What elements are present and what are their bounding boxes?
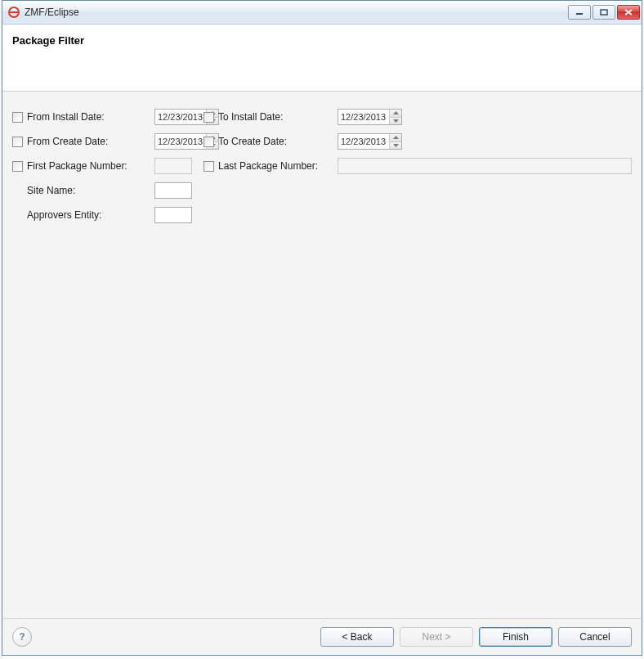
window-title: ZMF/Eclipse bbox=[25, 7, 568, 18]
to-create-date-label: To Create Date: bbox=[218, 136, 287, 147]
approvers-entity-label: Approvers Entity: bbox=[27, 209, 101, 221]
site-name-field[interactable] bbox=[154, 182, 192, 199]
from-create-date-checkbox[interactable] bbox=[12, 137, 23, 147]
to-install-date-checkbox[interactable] bbox=[203, 112, 214, 123]
from-create-date-label: From Create Date: bbox=[27, 136, 108, 147]
row-install-date: From Install Date: 12/23/2013 To Install… bbox=[12, 106, 632, 128]
row-package-number: First Package Number: Last Package Numbe… bbox=[12, 155, 632, 177]
next-button[interactable]: Next > bbox=[400, 627, 473, 647]
from-install-date-label: From Install Date: bbox=[27, 111, 105, 123]
last-package-number-label: Last Package Number: bbox=[218, 160, 318, 172]
site-name-label: Site Name: bbox=[27, 185, 75, 196]
finish-button[interactable]: Finish bbox=[479, 627, 552, 647]
chevron-down-icon[interactable] bbox=[390, 118, 401, 125]
first-package-number-label: First Package Number: bbox=[27, 160, 127, 172]
page-title: Package Filter bbox=[12, 34, 632, 47]
chevron-up-icon[interactable] bbox=[390, 110, 401, 118]
cancel-button[interactable]: Cancel bbox=[558, 627, 632, 647]
row-create-date: From Create Date: 12/23/2013 To Create D… bbox=[12, 131, 632, 152]
row-approvers-entity: Approvers Entity: bbox=[12, 204, 632, 226]
dialog-window: ZMF/Eclipse Package Filter bbox=[2, 0, 642, 656]
approvers-entity-field[interactable] bbox=[154, 207, 192, 223]
window-controls bbox=[568, 5, 640, 20]
to-create-date-value: 12/23/2013 bbox=[338, 134, 389, 149]
svg-marker-8 bbox=[393, 111, 399, 114]
last-package-number-checkbox[interactable] bbox=[203, 161, 214, 172]
maximize-button[interactable] bbox=[593, 5, 615, 20]
footer: ? < Back Next > Finish Cancel bbox=[2, 618, 642, 655]
chevron-down-icon[interactable] bbox=[390, 142, 401, 150]
chevron-up-icon[interactable] bbox=[390, 134, 401, 142]
row-site-name: Site Name: bbox=[12, 180, 632, 201]
to-install-date-field[interactable]: 12/23/2013 bbox=[338, 109, 402, 125]
from-install-date-value: 12/23/2013 bbox=[155, 110, 206, 124]
first-package-number-checkbox[interactable] bbox=[12, 161, 23, 172]
to-install-date-label: To Install Date: bbox=[218, 111, 283, 123]
form-area: From Install Date: 12/23/2013 To Install… bbox=[2, 92, 642, 618]
titlebar[interactable]: ZMF/Eclipse bbox=[2, 1, 642, 25]
app-icon bbox=[7, 6, 20, 19]
back-button[interactable]: < Back bbox=[320, 627, 394, 647]
to-create-date-checkbox[interactable] bbox=[203, 137, 214, 147]
first-package-number-field[interactable] bbox=[154, 158, 192, 174]
header-panel: Package Filter bbox=[2, 25, 642, 92]
svg-marker-9 bbox=[393, 119, 399, 123]
svg-marker-13 bbox=[393, 144, 399, 147]
from-install-date-checkbox[interactable] bbox=[12, 112, 23, 123]
to-create-date-field[interactable]: 12/23/2013 bbox=[338, 133, 402, 150]
svg-rect-3 bbox=[601, 10, 607, 15]
close-button[interactable] bbox=[617, 5, 640, 20]
svg-marker-12 bbox=[393, 136, 399, 139]
to-install-date-spinner[interactable] bbox=[389, 110, 401, 124]
from-create-date-value: 12/23/2013 bbox=[155, 134, 206, 149]
minimize-button[interactable] bbox=[568, 5, 591, 20]
to-create-date-spinner[interactable] bbox=[389, 134, 401, 149]
last-package-number-field[interactable] bbox=[338, 158, 632, 174]
help-icon[interactable]: ? bbox=[12, 627, 32, 647]
to-install-date-value: 12/23/2013 bbox=[338, 110, 389, 124]
